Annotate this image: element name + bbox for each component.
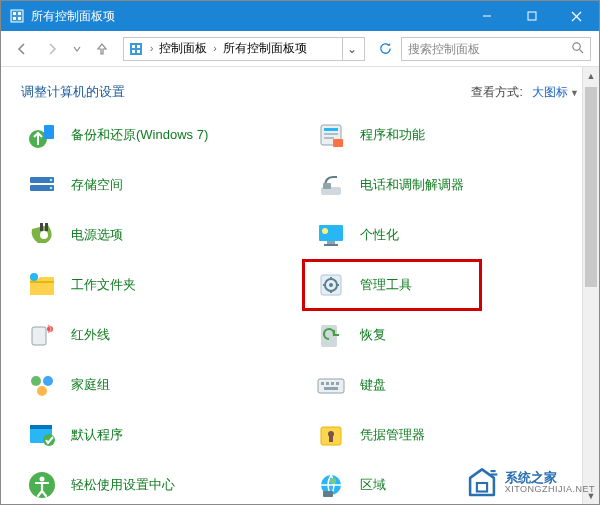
breadcrumb-root[interactable]: 控制面板 — [159, 40, 207, 57]
backup-icon — [25, 118, 59, 152]
scroll-thumb[interactable] — [585, 87, 597, 287]
svg-point-25 — [50, 179, 52, 181]
svg-point-55 — [43, 434, 55, 446]
item-label: 键盘 — [360, 376, 386, 394]
control-panel-item[interactable]: 工作文件夹 — [21, 267, 300, 303]
svg-rect-49 — [326, 382, 329, 385]
view-by-value[interactable]: 大图标▼ — [532, 85, 579, 99]
control-panel-item[interactable]: 键盘 — [310, 367, 589, 403]
svg-rect-2 — [18, 12, 21, 15]
svg-rect-22 — [333, 139, 343, 147]
vertical-scrollbar[interactable]: ▲ ▼ — [582, 67, 599, 504]
programs-icon — [314, 118, 348, 152]
svg-line-15 — [579, 49, 583, 53]
storage-icon — [25, 168, 59, 202]
svg-point-45 — [43, 376, 53, 386]
close-button[interactable] — [554, 1, 599, 31]
navigation-bar: › 控制面板 › 所有控制面板项 ⌄ — [1, 31, 599, 67]
phone-icon — [314, 168, 348, 202]
breadcrumb-current[interactable]: 所有控制面板项 — [223, 40, 307, 57]
infrared-icon — [25, 318, 59, 352]
view-by-label: 查看方式: — [471, 85, 522, 99]
workfolders-icon — [25, 268, 59, 302]
item-label: 管理工具 — [360, 276, 412, 294]
control-panel-item[interactable]: 轻松使用设置中心 — [21, 467, 300, 503]
item-label: 程序和功能 — [360, 126, 425, 144]
control-panel-item[interactable]: 备份和还原(Windows 7) — [21, 117, 300, 153]
svg-rect-50 — [331, 382, 334, 385]
scroll-down-button[interactable]: ▼ — [583, 487, 599, 504]
control-panel-icon — [128, 41, 144, 57]
item-label: 工作文件夹 — [71, 276, 136, 294]
scroll-up-button[interactable]: ▲ — [583, 67, 599, 84]
svg-point-37 — [30, 273, 38, 281]
control-panel-item[interactable]: 凭据管理器 — [310, 417, 589, 453]
svg-rect-32 — [319, 225, 343, 241]
svg-rect-1 — [13, 12, 16, 15]
breadcrumb[interactable]: › 控制面板 › 所有控制面板项 ⌄ — [123, 37, 365, 61]
svg-rect-41 — [32, 327, 46, 345]
svg-rect-19 — [324, 128, 338, 131]
svg-rect-33 — [327, 241, 335, 244]
svg-rect-13 — [137, 50, 140, 53]
control-panel-item[interactable]: 电源选项 — [21, 217, 300, 253]
svg-rect-9 — [130, 43, 142, 55]
control-panel-item[interactable]: 电话和调制解调器 — [310, 167, 589, 203]
svg-rect-47 — [318, 379, 344, 393]
control-panel-item[interactable]: 红外线 — [21, 317, 300, 353]
control-panel-item[interactable]: 区域 — [310, 467, 589, 503]
forward-button[interactable] — [39, 36, 65, 62]
svg-point-31 — [40, 231, 48, 239]
search-icon — [571, 41, 584, 57]
window-title: 所有控制面板项 — [31, 8, 464, 25]
up-button[interactable] — [89, 36, 115, 62]
svg-rect-4 — [18, 17, 21, 20]
control-panel-item[interactable]: 默认程序 — [21, 417, 300, 453]
svg-rect-29 — [40, 223, 43, 231]
svg-rect-58 — [329, 436, 333, 442]
svg-rect-51 — [336, 382, 339, 385]
search-input[interactable] — [408, 42, 565, 56]
personalize-icon — [314, 218, 348, 252]
svg-rect-0 — [11, 10, 23, 22]
control-panel-item[interactable]: 存储空间 — [21, 167, 300, 203]
recent-locations-dropdown[interactable] — [69, 36, 85, 62]
power-icon — [25, 218, 59, 252]
item-label: 区域 — [360, 476, 386, 494]
view-by: 查看方式: 大图标▼ — [471, 84, 579, 101]
easeofaccess-icon — [25, 468, 59, 502]
svg-rect-63 — [323, 491, 333, 497]
minimize-button[interactable] — [464, 1, 509, 31]
svg-rect-36 — [30, 281, 54, 283]
svg-point-40 — [329, 283, 333, 287]
item-label: 电源选项 — [71, 226, 123, 244]
svg-point-14 — [573, 42, 580, 49]
refresh-button[interactable] — [373, 37, 397, 61]
item-label: 电话和调制解调器 — [360, 176, 464, 194]
control-panel-item[interactable]: 程序和功能 — [310, 117, 589, 153]
svg-point-35 — [322, 228, 328, 234]
region-icon — [314, 468, 348, 502]
breadcrumb-dropdown[interactable]: ⌄ — [342, 38, 360, 60]
item-label: 存储空间 — [71, 176, 123, 194]
breadcrumb-separator: › — [209, 43, 220, 54]
control-panel-item[interactable]: 管理工具 — [310, 267, 589, 303]
search-box[interactable] — [401, 37, 591, 61]
control-panel-item[interactable]: 恢复 — [310, 317, 589, 353]
control-panel-app-icon — [9, 8, 25, 24]
control-panel-item[interactable]: 家庭组 — [21, 367, 300, 403]
item-label: 个性化 — [360, 226, 399, 244]
control-panel-item[interactable]: 个性化 — [310, 217, 589, 253]
content-area: 备份和还原(Windows 7)程序和功能存储空间电话和调制解调器电源选项个性化… — [1, 113, 599, 504]
items-grid: 备份和还原(Windows 7)程序和功能存储空间电话和调制解调器电源选项个性化… — [21, 117, 589, 503]
maximize-button[interactable] — [509, 1, 554, 31]
item-label: 轻松使用设置中心 — [71, 476, 175, 494]
svg-rect-11 — [137, 45, 140, 48]
page-header: 调整计算机的设置 查看方式: 大图标▼ — [1, 67, 599, 113]
svg-point-60 — [40, 477, 45, 482]
back-button[interactable] — [9, 36, 35, 62]
page-heading: 调整计算机的设置 — [21, 83, 471, 101]
item-label: 备份和还原(Windows 7) — [71, 126, 208, 144]
svg-rect-10 — [132, 45, 135, 48]
svg-rect-20 — [324, 133, 338, 135]
